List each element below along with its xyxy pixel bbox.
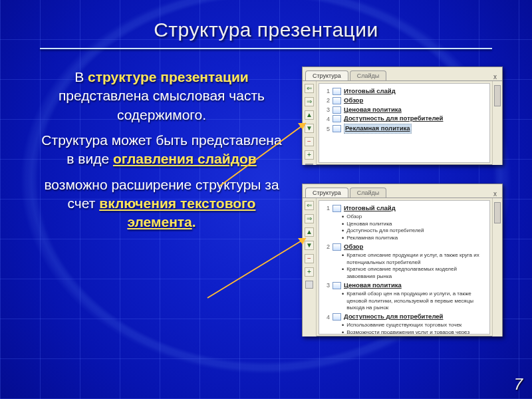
slide-title: Структура презентации	[0, 19, 532, 41]
outline-row[interactable]: 3Ценовая политика	[323, 281, 485, 290]
text: представлена смысловая часть содержимого…	[59, 88, 265, 122]
slide-body: В структуре презентации представлена смы…	[39, 68, 285, 239]
svg-line-2	[207, 238, 306, 298]
show-formatting-button[interactable]	[305, 281, 313, 289]
outline-row[interactable]: 2Обзор	[323, 243, 485, 251]
outline-panel-expanded: Структура Слайды x ⇐ ⇒ ▲ ▼ − + 1Итоговый…	[302, 184, 503, 336]
collapse-button[interactable]: −	[305, 137, 314, 146]
emphasis-textelement: включения текстового элемента	[99, 196, 255, 229]
outline-row[interactable]: 1Итоговый слайд	[323, 204, 485, 213]
expand-button[interactable]: +	[305, 267, 314, 277]
move-down-button[interactable]: ▼	[305, 124, 314, 133]
pane-body: ⇐ ⇒ ▲ ▼ − + 1Итоговый слайд•Обзор•Ценова…	[303, 198, 502, 336]
outline-gutter: ⇐ ⇒ ▲ ▼ − +	[303, 198, 317, 336]
demote-button[interactable]: ⇒	[305, 214, 314, 223]
outline-row[interactable]: 3Ценовая политика	[323, 106, 485, 114]
outline-subitem[interactable]: •Краткое описание продукции и услуг, а т…	[342, 252, 485, 267]
tab-slides[interactable]: Слайды	[350, 188, 387, 198]
outline-row[interactable]: 1Итоговый слайд	[323, 87, 485, 96]
outline-row[interactable]: 2Обзор	[323, 96, 485, 105]
outline-subitem[interactable]: •Возможности продвижения услуг и товаров…	[342, 329, 485, 334]
outline-row[interactable]: 5Рекламная политика	[323, 124, 485, 134]
page-number: 7	[514, 375, 523, 394]
outline-subitem[interactable]: •Рекламная политика	[342, 235, 485, 242]
outline-subitem[interactable]: •Использование существующих торговых точ…	[342, 322, 485, 329]
tab-bar: Структура Слайды x	[303, 184, 502, 198]
close-icon[interactable]: x	[491, 73, 499, 80]
promote-button[interactable]: ⇐	[305, 84, 314, 93]
pane-body: ⇐ ⇒ ▲ ▼ − + 1Итоговый слайд2Обзор3Ценова…	[303, 81, 502, 165]
emphasis-structure: структуре презентации	[88, 69, 249, 84]
move-up-button[interactable]: ▲	[305, 110, 314, 120]
emphasis-toc: оглавления слайдов	[113, 151, 257, 166]
scroll-thumb[interactable]	[494, 85, 501, 106]
scrollbar[interactable]	[492, 81, 502, 165]
tab-structure[interactable]: Структура	[305, 188, 348, 198]
scroll-thumb[interactable]	[494, 202, 501, 223]
close-icon[interactable]: x	[491, 190, 499, 198]
slide-icon	[332, 243, 341, 251]
slide: Структура презентации В структуре презен…	[0, 0, 532, 399]
demote-button[interactable]: ⇒	[305, 97, 314, 106]
slide-icon	[332, 88, 341, 95]
slide-icon	[332, 205, 341, 212]
text: .	[192, 214, 196, 229]
tab-structure[interactable]: Структура	[305, 70, 348, 80]
slide-icon	[332, 115, 341, 122]
outline-subitem[interactable]: •Доступность для потребителей	[342, 227, 485, 235]
slide-icon	[332, 125, 341, 132]
outline-row[interactable]: 4Доступность для потребителей	[323, 313, 485, 321]
tab-slides[interactable]: Слайды	[350, 70, 387, 80]
outline-panel-collapsed: Структура Слайды x ⇐ ⇒ ▲ ▼ − + 1Итоговый…	[302, 66, 503, 165]
paragraph-2: Структура может быть представлена в виде…	[39, 131, 285, 169]
scrollbar[interactable]	[492, 198, 502, 336]
move-up-button[interactable]: ▲	[305, 227, 314, 237]
text: В	[74, 69, 88, 84]
outline-row[interactable]: 4Доступность для потребителей	[323, 114, 485, 123]
slide-icon	[332, 97, 341, 104]
outline-gutter: ⇐ ⇒ ▲ ▼ − +	[303, 81, 317, 165]
title-divider	[40, 48, 492, 49]
outline-subitem[interactable]: •Краткое описание предполагаемых моделей…	[342, 266, 485, 281]
outline-subitem[interactable]: •Ценовая политика	[342, 221, 485, 228]
collapse-button[interactable]: −	[305, 254, 314, 263]
outline-list[interactable]: 1Итоговый слайд•Обзор•Ценовая политика•Д…	[319, 200, 490, 334]
expand-button[interactable]: +	[305, 150, 314, 160]
slide-icon	[332, 106, 341, 114]
paragraph-1: В структуре презентации представлена смы…	[39, 68, 285, 124]
slide-icon	[332, 313, 341, 321]
tab-bar: Структура Слайды x	[303, 67, 502, 81]
move-down-button[interactable]: ▼	[305, 241, 314, 250]
slide-icon	[332, 282, 341, 289]
show-formatting-button[interactable]	[305, 164, 313, 165]
outline-list[interactable]: 1Итоговый слайд2Обзор3Ценовая политика4Д…	[319, 83, 490, 163]
outline-subitem[interactable]: •Обзор	[342, 213, 485, 221]
outline-subitem[interactable]: •Краткий обзор цен на продукцию и услуги…	[342, 291, 485, 312]
promote-button[interactable]: ⇐	[305, 201, 314, 210]
paragraph-3: возможно расширение структуры за счет вк…	[39, 176, 285, 232]
